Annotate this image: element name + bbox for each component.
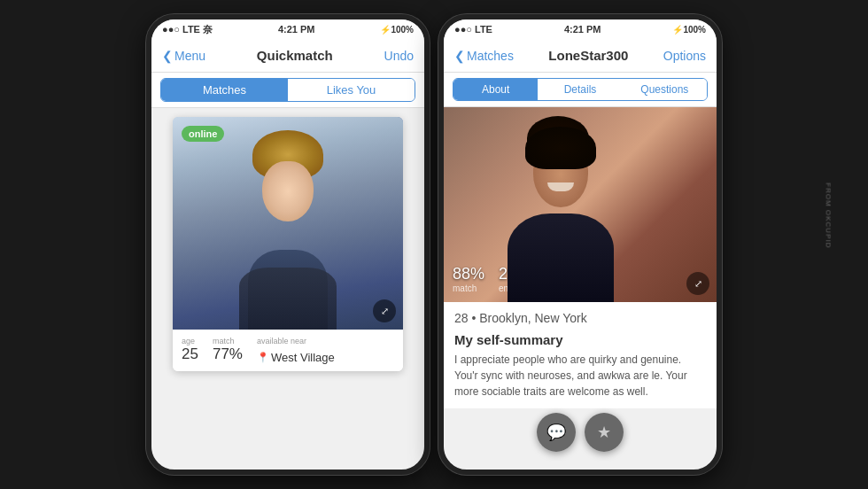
- time-2: 4:21 PM: [564, 24, 601, 35]
- signal-icon-2: ●●○ LTE: [454, 24, 492, 35]
- card-stats: age 25 match 77% available near 📍 West V…: [173, 330, 403, 371]
- online-badge: online: [182, 126, 224, 142]
- phone-1: ●●○ LTE 奈 4:21 PM ⚡100% ❮ Menu Quickmatc…: [146, 14, 430, 475]
- phone-2: ●●○ LTE 4:21 PM ⚡100% ❮ Matches LoneStar…: [438, 14, 722, 475]
- tab-about[interactable]: About: [453, 79, 538, 100]
- status-bar-2: ●●○ LTE 4:21 PM ⚡100%: [444, 19, 717, 39]
- nav-bar-2: ❮ Matches LoneStar300 Options: [444, 39, 717, 73]
- bottom-actions: 💬 ★: [537, 413, 624, 452]
- back-button-1[interactable]: ❮ Menu: [162, 49, 205, 63]
- status-left-2: ●●○ LTE: [454, 24, 492, 35]
- match-pct-label: match: [453, 283, 484, 293]
- chevron-left-icon-1: ❮: [162, 49, 173, 63]
- chat-icon: 💬: [546, 423, 566, 442]
- match-value: 77%: [213, 345, 243, 363]
- back-button-2[interactable]: ❮ Matches: [454, 49, 514, 63]
- tab-details[interactable]: Details: [538, 79, 622, 100]
- profile-card: online ⤢ age 25 match 77% available near: [173, 117, 403, 371]
- profile-photo-container: 88% match 22% enemy ⤢: [444, 107, 717, 302]
- status-right-1: ⚡100%: [380, 25, 414, 35]
- nav-title-2: LoneStar300: [548, 48, 628, 63]
- segment-bar-2: About Details Questions: [444, 73, 717, 107]
- tab-questions[interactable]: Questions: [623, 79, 707, 100]
- card-photo: online ⤢: [173, 117, 403, 330]
- battery-2: ⚡100%: [672, 25, 706, 35]
- profile-section-title: My self-summary: [454, 332, 706, 347]
- tab-matches[interactable]: Matches: [161, 79, 288, 101]
- pin-icon: 📍: [257, 352, 269, 363]
- age-value: 25: [182, 345, 198, 363]
- location-stat: available near 📍 West Village: [257, 337, 335, 364]
- expand-button-1[interactable]: ⤢: [373, 299, 396, 322]
- match-label: match: [213, 337, 243, 345]
- battery-1: ⚡100%: [380, 25, 414, 35]
- status-left-1: ●●○ LTE 奈: [162, 23, 213, 36]
- side-label: FROM OKCUPID: [824, 182, 832, 248]
- match-pct-value: 88%: [453, 265, 484, 283]
- match-percentage: 88% match: [453, 265, 484, 293]
- profile-location: 28 • Brooklyn, New York: [454, 311, 706, 325]
- phone1-content: online ⤢ age 25 match 77% available near: [151, 108, 424, 470]
- segment-bar-1: Matches Likes You: [151, 73, 424, 108]
- time-1: 4:21 PM: [278, 24, 315, 35]
- location-label: available near: [257, 337, 335, 345]
- back-label-1: Menu: [174, 49, 205, 63]
- age-stat: age 25: [182, 337, 198, 364]
- options-button[interactable]: Options: [663, 49, 706, 63]
- profile-info: 28 • Brooklyn, New York My self-summary …: [444, 302, 717, 408]
- phone2-content: 88% match 22% enemy ⤢ 28 • Brooklyn, New…: [444, 107, 717, 470]
- nav-bar-1: ❮ Menu Quickmatch Undo: [151, 39, 424, 73]
- star-button[interactable]: ★: [585, 413, 624, 452]
- tab-likes-you[interactable]: Likes You: [288, 79, 415, 101]
- segment-control-2: About Details Questions: [453, 78, 708, 101]
- back-label-2: Matches: [467, 49, 514, 63]
- age-label: age: [182, 337, 198, 345]
- profile-bio: I appreciate people who are quirky and g…: [454, 352, 706, 400]
- status-bar-1: ●●○ LTE 奈 4:21 PM ⚡100%: [151, 19, 424, 39]
- star-icon: ★: [597, 423, 611, 442]
- segment-control-1: Matches Likes You: [160, 78, 415, 102]
- match-stat: match 77%: [213, 337, 243, 364]
- undo-button[interactable]: Undo: [384, 49, 414, 63]
- chevron-left-icon-2: ❮: [454, 49, 465, 63]
- nav-title-1: Quickmatch: [257, 48, 333, 63]
- location-value: 📍 West Village: [257, 351, 335, 364]
- signal-icon-1: ●●○ LTE 奈: [162, 23, 213, 36]
- status-right-2: ⚡100%: [672, 25, 706, 35]
- expand-button-2[interactable]: ⤢: [686, 272, 709, 295]
- chat-button[interactable]: 💬: [537, 413, 576, 452]
